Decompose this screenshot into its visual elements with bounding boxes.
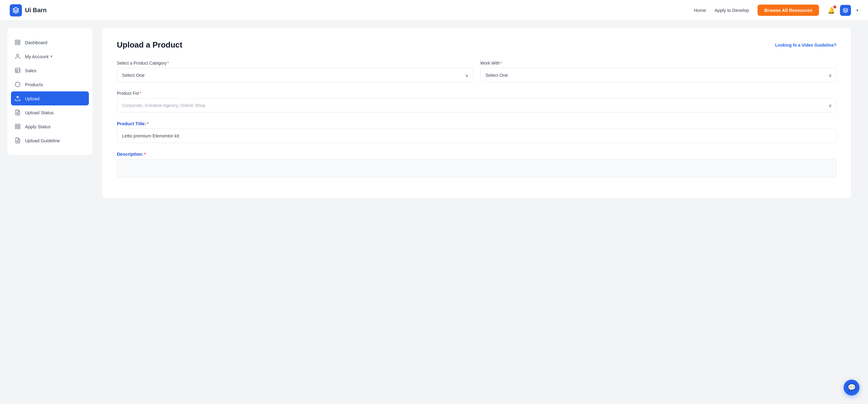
user-menu-chevron-icon[interactable]: ▾	[857, 8, 858, 12]
sidebar: Dashboard My Account ▾	[7, 28, 93, 155]
sidebar-label-products: Products	[25, 82, 43, 87]
product-for-row: Product For* Corporate, Creative Agency,…	[117, 91, 836, 112]
sidebar-item-sales[interactable]: Sales	[7, 63, 93, 77]
svg-rect-14	[16, 127, 17, 129]
video-guideline-link[interactable]: Looking fo a Video Guideline?	[775, 42, 836, 48]
sidebar-label-my-account: My Account	[25, 54, 49, 59]
sidebar-label-upload-status: Upload Status	[25, 110, 54, 115]
notification-bell-icon[interactable]: 🔔	[828, 7, 835, 14]
work-with-group: Work With* Select One ∨	[480, 61, 836, 82]
svg-rect-15	[18, 127, 20, 129]
nav-home[interactable]: Home	[694, 8, 706, 13]
header: Ui Barn Home Apply to Develop Browse All…	[0, 0, 868, 21]
work-with-label: Work With*	[480, 61, 836, 65]
upload-status-icon	[14, 109, 21, 115]
sidebar-item-apply-status[interactable]: Apply Status	[7, 119, 93, 134]
header-icons: 🔔 ▾	[828, 5, 858, 16]
product-category-label: Select a Product Category*	[117, 61, 473, 65]
upload-icon	[14, 95, 21, 102]
box-icon	[14, 81, 21, 87]
sidebar-item-dashboard[interactable]: Dashboard	[7, 35, 93, 49]
logo-text: Ui Barn	[25, 7, 46, 14]
work-with-select[interactable]: Select One	[480, 68, 836, 82]
product-category-select-wrapper: Select One ∨	[117, 68, 473, 82]
logo-icon	[10, 4, 22, 17]
my-account-chevron-icon: ▾	[51, 54, 52, 58]
description-label: Description:*	[117, 151, 836, 156]
product-title-group: Product Title:*	[117, 121, 836, 143]
sidebar-label-dashboard: Dashboard	[25, 40, 47, 45]
sales-icon	[14, 67, 21, 74]
user-icon	[14, 53, 21, 59]
svg-rect-2	[16, 43, 17, 45]
svg-rect-0	[16, 40, 17, 42]
sidebar-label-upload-guideline: Upload Guideline	[25, 138, 60, 143]
notification-badge	[833, 5, 836, 8]
svg-rect-3	[18, 43, 20, 45]
product-for-label: Product For*	[117, 91, 836, 96]
product-for-select-wrapper: Corporate, Creative Agency, Online Shop …	[117, 98, 836, 112]
description-row: Description:*	[117, 151, 836, 177]
browse-all-resources-button[interactable]: Browse All Resources	[757, 5, 819, 16]
product-title-row: Product Title:*	[117, 121, 836, 143]
work-with-select-wrapper: Select One ∨	[480, 68, 836, 82]
svg-rect-13	[18, 124, 20, 126]
sidebar-label-apply-status: Apply Status	[25, 124, 51, 129]
upload-guideline-icon	[14, 137, 21, 144]
main-nav: Home Apply to Develop Browse All Resourc…	[694, 5, 858, 16]
chat-bubble-button[interactable]: 💬	[844, 380, 860, 396]
svg-rect-5	[16, 68, 20, 73]
sidebar-item-products[interactable]: Products	[7, 77, 93, 91]
product-for-group: Product For* Corporate, Creative Agency,…	[117, 91, 836, 112]
main-content: Upload a Product Looking fo a Video Guid…	[93, 28, 861, 404]
logo[interactable]: Ui Barn	[10, 4, 46, 17]
svg-point-4	[17, 54, 19, 56]
product-for-select[interactable]: Corporate, Creative Agency, Online Shop	[117, 98, 836, 112]
nav-apply-to-develop[interactable]: Apply to Develop	[715, 8, 749, 13]
description-group: Description:*	[117, 151, 836, 177]
grid-icon	[14, 39, 21, 46]
form-header: Upload a Product Looking fo a Video Guid…	[117, 40, 836, 50]
description-toolbar[interactable]	[117, 159, 836, 177]
page-title: Upload a Product	[117, 40, 182, 50]
svg-rect-1	[18, 40, 20, 42]
category-row: Select a Product Category* Select One ∨ …	[117, 61, 836, 82]
sidebar-item-my-account[interactable]: My Account ▾	[7, 49, 93, 63]
product-title-input[interactable]	[117, 128, 836, 143]
product-title-label: Product Title:*	[117, 121, 836, 126]
product-category-select[interactable]: Select One	[117, 68, 473, 82]
sidebar-item-upload-guideline[interactable]: Upload Guideline	[7, 134, 93, 147]
apply-status-icon	[14, 123, 21, 129]
upload-form-card: Upload a Product Looking fo a Video Guid…	[102, 28, 851, 198]
svg-rect-12	[16, 124, 17, 126]
sidebar-label-sales: Sales	[25, 68, 36, 73]
user-avatar-icon[interactable]	[840, 5, 851, 16]
sidebar-item-upload-status[interactable]: Upload Status	[7, 106, 93, 119]
sidebar-item-upload[interactable]: Upload	[11, 91, 89, 106]
sidebar-label-upload: Upload	[25, 96, 39, 101]
layout: Dashboard My Account ▾	[0, 21, 868, 404]
product-category-group: Select a Product Category* Select One ∨	[117, 61, 473, 82]
